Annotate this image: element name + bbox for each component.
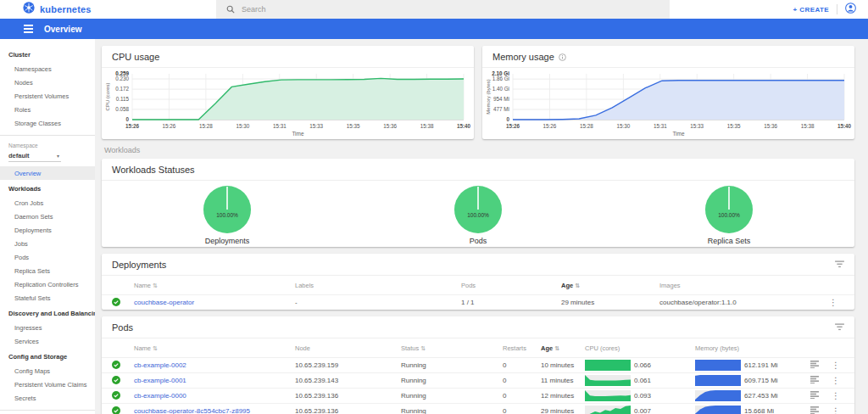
workload-status-pie-replica-sets: 100.00% Replica Sets [704, 185, 754, 245]
logs-cell[interactable] [809, 391, 826, 400]
svg-text:0.058: 0.058 [115, 106, 129, 112]
top-header: kubernetes + CREATE [0, 0, 868, 19]
namespace-selector-block: Namespace default ▾ [0, 141, 95, 166]
restarts-cell: 0 [501, 377, 539, 384]
menu-icon[interactable] [24, 25, 33, 33]
sidebar-item-secrets[interactable]: Secrets [0, 391, 95, 405]
status-text-cell: Running [399, 377, 501, 384]
column-header-restarts: Restarts [501, 344, 539, 352]
memory-usage-title: Memory usage [492, 52, 554, 62]
logs-icon[interactable] [810, 391, 819, 399]
svg-text:0.172: 0.172 [115, 86, 129, 92]
status-cell [110, 361, 132, 371]
table-row: cb-example-000010.65.239.136Running012 m… [102, 388, 854, 403]
check-circle-icon [112, 361, 120, 369]
sort-arrows-icon: ⇅ [420, 345, 426, 351]
column-header-status[interactable]: Status⇅ [399, 344, 501, 352]
sort-arrows-icon: ⇅ [153, 283, 158, 288]
column-header-node: Node [293, 344, 399, 352]
memory-usage-card: Memory usage 15:2615:2615:2815:3015:3115… [482, 46, 854, 139]
svg-text:15:26: 15:26 [543, 123, 557, 129]
svg-text:100.00%: 100.00% [216, 212, 238, 218]
svg-text:15:40: 15:40 [837, 123, 852, 129]
row-menu-icon[interactable]: ⋮ [821, 298, 846, 307]
svg-text:15:31: 15:31 [654, 123, 667, 129]
row-menu-icon[interactable]: ⋮ [826, 406, 846, 414]
column-header-cpu-cores-: CPU (cores) [583, 344, 693, 352]
search-input[interactable] [242, 5, 659, 14]
resource-name-link[interactable]: cb-example-0000 [132, 392, 293, 400]
logs-icon[interactable] [810, 361, 819, 368]
sidebar-item-persistent-volumes[interactable]: Persistent Volumes [0, 89, 95, 103]
row-menu-icon[interactable]: ⋮ [826, 391, 846, 400]
column-header-name[interactable]: Name⇅ [132, 344, 293, 352]
status-cell [110, 376, 132, 386]
sort-arrows-icon: ⇅ [153, 345, 158, 351]
svg-text:15:31: 15:31 [273, 123, 287, 129]
sidebar-item-replication-controllers[interactable]: Replication Controllers [0, 277, 95, 291]
sidebar-item-jobs[interactable]: Jobs [0, 237, 95, 250]
brand[interactable]: kubernetes [0, 2, 216, 17]
memory-usage-cell: 612.191 Mi [693, 360, 809, 371]
row-menu-icon[interactable]: ⋮ [826, 361, 846, 370]
resource-name-link[interactable]: cb-example-0001 [132, 377, 293, 384]
svg-text:15:35: 15:35 [727, 123, 741, 129]
sidebar-item-nodes[interactable]: Nodes [0, 76, 95, 89]
svg-text:15:40: 15:40 [457, 123, 471, 129]
memory-usage-cell: 627.453 Mi [693, 390, 809, 401]
status-text-cell: Running [399, 392, 501, 400]
logs-cell[interactable] [809, 376, 826, 385]
sidebar-item-daemon-sets[interactable]: Daemon Sets [0, 210, 95, 223]
namespace-value: default [8, 152, 30, 159]
create-button[interactable]: + CREATE [793, 6, 829, 14]
resource-name-link[interactable]: cb-example-0002 [132, 361, 293, 369]
sort-arrows-icon: ⇅ [575, 283, 580, 288]
search-bar[interactable] [216, 0, 670, 19]
cpu-usage-cell: 0.093 [583, 390, 693, 401]
header-divider [837, 4, 837, 14]
table-header-row: Name⇅LabelsPodsAge⇅Images [102, 276, 854, 294]
restarts-cell: 0 [501, 361, 539, 369]
usage-sparkline [695, 406, 741, 414]
main-content: CPU usage 15:2615:2615:2815:3015:3115:33… [95, 39, 868, 414]
workloads-statuses-title: Workloads Statuses [112, 165, 195, 175]
logs-cell[interactable] [809, 406, 826, 414]
sidebar-item-overview[interactable]: Overview [0, 166, 95, 180]
sidebar-item-stateful-sets[interactable]: Stateful Sets [0, 291, 95, 305]
sidebar-item-ingresses[interactable]: Ingresses [0, 321, 95, 334]
user-account-icon[interactable] [845, 2, 856, 17]
sidebar-item-services[interactable]: Services [0, 334, 95, 348]
sidebar-section-discovery-and-load-balancing: Discovery and Load Balancing [0, 305, 95, 321]
namespace-select[interactable]: default ▾ [8, 148, 61, 162]
sidebar-item-storage-classes[interactable]: Storage Classes [0, 116, 95, 130]
resource-name-link[interactable]: couchbase-operator-8c554cbc7-z8995 [132, 407, 293, 414]
deployments-table: Name⇅LabelsPodsAge⇅Images couchbase-oper… [102, 276, 854, 310]
row-menu-icon[interactable]: ⋮ [826, 376, 846, 385]
sidebar-item-config-maps[interactable]: Config Maps [0, 364, 95, 378]
svg-text:15:30: 15:30 [236, 123, 249, 129]
sidebar-item-pods[interactable]: Pods [0, 250, 95, 264]
sidebar-item-persistent-volume-claims[interactable]: Persistent Volume Claims [0, 378, 95, 391]
age-cell: 29 minutes [559, 299, 658, 306]
logs-cell[interactable] [809, 361, 826, 370]
restarts-cell: 0 [501, 392, 539, 400]
column-header-name[interactable]: Name⇅ [132, 282, 293, 289]
column-header-pods: Pods [459, 282, 559, 289]
logs-icon[interactable] [810, 376, 819, 383]
filter-icon[interactable] [835, 260, 844, 268]
svg-text:15:38: 15:38 [801, 123, 815, 129]
column-header-age[interactable]: Age⇅ [539, 344, 583, 352]
sort-arrows-icon: ⇅ [554, 345, 559, 351]
column-header-age[interactable]: Age⇅ [559, 282, 658, 289]
logs-icon[interactable] [810, 406, 819, 414]
sidebar-item-deployments[interactable]: Deployments [0, 223, 95, 237]
filter-icon[interactable] [835, 323, 844, 331]
sidebar-item-namespaces[interactable]: Namespaces [0, 62, 95, 76]
pie-chart: 100.00% [704, 185, 754, 234]
sidebar-item-replica-sets[interactable]: Replica Sets [0, 264, 95, 277]
resource-name-link[interactable]: couchbase-operator [132, 299, 293, 306]
sidebar-item-roles[interactable]: Roles [0, 103, 95, 116]
workloads-statuses-card: Workloads Statuses 100.00% Deployments 1… [102, 159, 854, 247]
sidebar-item-cron-jobs[interactable]: Cron Jobs [0, 196, 95, 210]
pie-label: Replica Sets [708, 237, 751, 245]
